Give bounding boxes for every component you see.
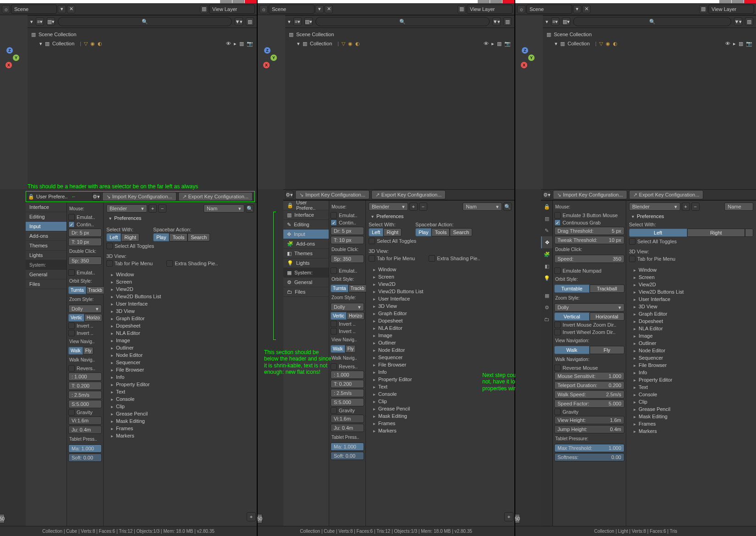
outliner-root[interactable]: ▥Scene Collection: [546, 30, 752, 39]
keymap-tree-item[interactable]: Graph Editor: [629, 310, 753, 317]
keymap-tree-item[interactable]: Markers: [629, 427, 753, 435]
keymap-tree-item[interactable]: File Browser: [369, 361, 512, 368]
tab-editing[interactable]: Editing: [26, 212, 66, 222]
keymap-tree-item[interactable]: NLA Editor: [629, 325, 753, 332]
nav-fly-button[interactable]: Fly: [83, 347, 94, 355]
max-threshold-field[interactable]: Ma: 1.000: [68, 444, 102, 453]
keymap-tree-item[interactable]: Console: [629, 391, 753, 398]
mouse-sensitivity-field[interactable]: : 1.000: [68, 372, 102, 381]
new-collection-icon[interactable]: ▥: [246, 17, 254, 26]
select-left-button[interactable]: Left: [629, 229, 687, 237]
render-icon[interactable]: ▥: [739, 41, 743, 47]
eye-icon[interactable]: 👁: [484, 41, 489, 47]
outliner-search[interactable]: 🔍: [573, 17, 731, 26]
preset-remove-button[interactable]: −: [419, 202, 427, 211]
keymap-tree-item[interactable]: Text: [106, 388, 254, 395]
scene-new-button[interactable]: ▾: [573, 5, 581, 13]
viewport-3d[interactable]: Z Y X: [0, 15, 28, 189]
render-icon[interactable]: ▥: [497, 41, 502, 47]
keymap-tree-item[interactable]: File Browser: [629, 361, 753, 369]
extra-shading-checkbox[interactable]: [429, 255, 435, 262]
view-icon[interactable]: ▥▾: [304, 17, 313, 26]
tab-pie-checkbox[interactable]: [629, 256, 635, 262]
keymap-tree-item[interactable]: Outliner: [629, 339, 753, 347]
tab-editing[interactable]: ✎Editing: [283, 220, 329, 230]
eye-icon[interactable]: 👁: [725, 41, 730, 47]
keymap-tree-item[interactable]: Graph Editor: [106, 315, 254, 322]
keymap-preset-select[interactable]: Blender▾: [629, 202, 680, 211]
keymap-tree-item[interactable]: 3D View: [106, 307, 254, 315]
keymap-tree-item[interactable]: Console: [106, 395, 254, 403]
keymap-tree-item[interactable]: View2D Buttons List: [106, 293, 254, 300]
tweak-threshold-field[interactable]: T: 10 px: [68, 238, 102, 246]
cursor-icon[interactable]: ▸: [491, 41, 494, 47]
tab-userprefs[interactable]: 🔒User Prefere..: [283, 201, 329, 210]
teleport-duration-field[interactable]: T: 0.200: [68, 382, 102, 390]
drag-threshold-field[interactable]: Dr: 5 px: [331, 227, 364, 235]
keymap-tree-item[interactable]: View2D: [629, 281, 753, 288]
nav-fly-button[interactable]: Fly: [590, 346, 625, 354]
gravity-checkbox[interactable]: [331, 407, 337, 414]
filter-icon[interactable]: ▼▾: [734, 17, 742, 26]
view-icon[interactable]: ▥▾: [47, 17, 55, 26]
keymap-tree-item[interactable]: File Browser: [106, 366, 254, 373]
outliner-collection[interactable]: ▾▥Collection| ▽◉◐ 👁▸▥📷: [546, 39, 752, 48]
scene-new-button[interactable]: ▾: [315, 5, 324, 13]
keymap-tree-item[interactable]: Node Editor: [369, 346, 512, 354]
invert-wheel-zoom-checkbox[interactable]: [331, 328, 337, 334]
export-keyconfig-button[interactable]: ↗Export Key Configuration...: [371, 190, 446, 199]
keymap-tree-item[interactable]: Image: [629, 332, 753, 339]
gear-icon[interactable]: ⚙▾: [543, 191, 551, 199]
tab-general[interactable]: ⚙General: [283, 278, 329, 287]
tab-general[interactable]: General: [26, 270, 66, 279]
max-threshold-field[interactable]: Ma: 1.000: [331, 443, 364, 451]
nav-fly-button[interactable]: Fly: [345, 345, 356, 353]
tab-input[interactable]: Input: [26, 222, 66, 231]
icontab-editing[interactable]: ✎: [541, 224, 552, 236]
outliner-collection[interactable]: ▾▥Collection| ▽◉◐ 👁▸▥📷: [289, 39, 511, 48]
spacebar-tool-button[interactable]: Tools: [169, 233, 188, 241]
keymap-tree-item[interactable]: NLA Editor: [369, 324, 512, 332]
keymap-tree-item[interactable]: Info: [106, 373, 254, 381]
viewport-3d[interactable]: Z Y X: [515, 15, 543, 189]
extra-shading-checkbox[interactable]: [166, 260, 173, 267]
orbit-trackball-button[interactable]: Trackb: [86, 286, 105, 294]
editor-type-icon[interactable]: ▾: [546, 19, 548, 25]
spacebar-search-button[interactable]: Search: [450, 228, 472, 236]
teleport-duration-field[interactable]: Teleport Duration:0.200: [554, 381, 624, 389]
select-left-button[interactable]: Left: [369, 228, 383, 236]
keymap-tree-item[interactable]: View2D: [369, 280, 512, 288]
outliner-search[interactable]: 🔍: [315, 17, 490, 26]
tweak-threshold-field[interactable]: Tweak Threshold:10 px: [554, 236, 624, 244]
preset-add-button[interactable]: +: [409, 202, 418, 211]
walk-speed-field[interactable]: Walk Speed:2.5m/s: [554, 390, 624, 399]
keymap-tree-item[interactable]: Grease Pencil: [629, 405, 753, 413]
gravity-checkbox[interactable]: [68, 409, 75, 416]
keymap-tree-item[interactable]: 3D View: [629, 303, 753, 310]
filter-icon[interactable]: ▼▾: [492, 17, 501, 26]
keymap-tree-item[interactable]: Grease Pencil: [369, 405, 512, 412]
orbit-turntable-button[interactable]: Turntable: [554, 284, 590, 293]
display-mode-icon[interactable]: ≡▾: [36, 17, 44, 26]
continuous-grab-checkbox[interactable]: [331, 219, 337, 226]
preset-add-button[interactable]: +: [149, 204, 157, 213]
tab-pie-checkbox[interactable]: [106, 260, 113, 267]
keymap-tree-item[interactable]: Dopesheet: [629, 317, 753, 325]
zoom-vertical-button[interactable]: Vertic: [68, 314, 84, 322]
drag-threshold-field[interactable]: Drag Threshold:5 px: [554, 227, 624, 235]
axis-z-icon[interactable]: Z: [6, 47, 13, 54]
icontab-system[interactable]: ▦: [541, 290, 552, 301]
zoom-vertical-button[interactable]: Vertic: [331, 312, 347, 320]
keymap-tree-item[interactable]: Frames: [106, 425, 254, 432]
scene-browse-icon[interactable]: ☼: [517, 5, 525, 13]
tab-lights[interactable]: 💡Lights: [283, 258, 329, 268]
outliner-root[interactable]: ▥ Scene Collection: [31, 30, 253, 39]
scene-new-button[interactable]: ▾: [58, 5, 66, 13]
new-collection-icon[interactable]: ▥: [503, 17, 512, 26]
layer-browse-icon[interactable]: ▥: [200, 5, 208, 13]
layer-browse-icon[interactable]: ▥: [458, 5, 466, 13]
spacebar-play-button[interactable]: Play: [153, 233, 169, 241]
icontab-addons[interactable]: 🧩: [541, 248, 552, 260]
keymap-tree-item[interactable]: Screen: [106, 278, 254, 285]
keymap-tree-item[interactable]: Grease Pencil: [106, 410, 254, 417]
